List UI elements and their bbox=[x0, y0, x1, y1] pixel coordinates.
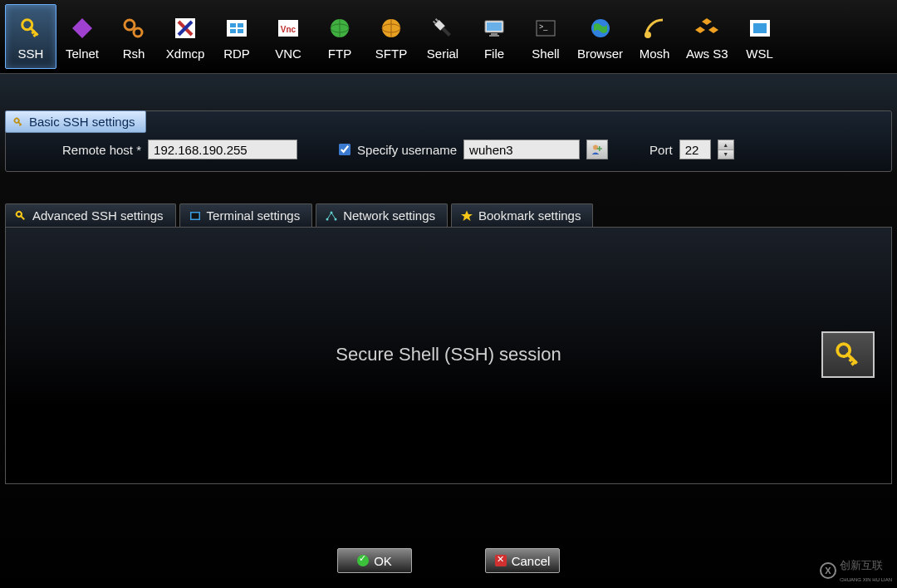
watermark-sub: CHUANG XIN HU LIAN bbox=[840, 577, 892, 582]
session-type-label: Xdmcp bbox=[166, 47, 205, 61]
svg-line-25 bbox=[436, 18, 439, 21]
session-type-telnet[interactable]: Telnet bbox=[56, 4, 108, 69]
diamond-icon bbox=[69, 15, 96, 42]
svg-line-54 bbox=[331, 213, 336, 219]
cubes-icon bbox=[694, 15, 720, 42]
session-type-mosh[interactable]: Mosh bbox=[629, 4, 680, 69]
ok-button[interactable]: OK bbox=[337, 548, 412, 573]
settings-tab-strip: Advanced SSH settings Terminal settings … bbox=[5, 203, 892, 227]
session-type-file[interactable]: File bbox=[468, 4, 520, 69]
svg-point-5 bbox=[125, 20, 135, 30]
specify-username-label: Specify username bbox=[357, 143, 457, 157]
watermark-logo: X bbox=[820, 562, 836, 579]
specify-username-checkbox[interactable] bbox=[339, 144, 350, 155]
svg-marker-4 bbox=[72, 18, 92, 38]
username-input[interactable] bbox=[463, 140, 580, 159]
session-type-label: Browser bbox=[577, 47, 623, 61]
svg-marker-55 bbox=[461, 210, 473, 221]
session-type-label: WSL bbox=[746, 47, 773, 61]
session-type-shell[interactable]: >_ Shell bbox=[520, 4, 571, 69]
session-type-rdp[interactable]: RDP bbox=[211, 4, 262, 69]
terminal-small-icon bbox=[189, 209, 202, 223]
settings-tab-panel: Secure Shell (SSH) session bbox=[5, 227, 892, 484]
tab-label: Network settings bbox=[343, 208, 435, 223]
basic-ssh-settings-header: Basic SSH settings bbox=[5, 110, 146, 133]
svg-text:>_: >_ bbox=[539, 22, 548, 31]
svg-rect-12 bbox=[238, 23, 243, 27]
session-description: Secure Shell (SSH) session bbox=[6, 344, 891, 365]
section-header-label: Basic SSH settings bbox=[29, 115, 135, 129]
spinner-down[interactable]: ▼ bbox=[718, 150, 733, 159]
session-type-serial[interactable]: Serial bbox=[417, 4, 468, 69]
session-type-sftp[interactable]: SFTP bbox=[365, 4, 417, 69]
key-icon bbox=[12, 116, 24, 128]
session-type-label: Rsh bbox=[123, 47, 145, 61]
port-spinner[interactable]: ▲ ▼ bbox=[718, 140, 734, 159]
session-type-ssh[interactable]: SSH bbox=[5, 4, 56, 69]
settings-tabs-section: Advanced SSH settings Terminal settings … bbox=[5, 203, 892, 484]
svg-rect-26 bbox=[442, 27, 451, 36]
tab-advanced-ssh[interactable]: Advanced SSH settings bbox=[5, 203, 176, 227]
svg-marker-37 bbox=[708, 27, 718, 33]
vnc-icon: Vnc bbox=[275, 15, 301, 42]
session-type-ftp[interactable]: FTP bbox=[314, 4, 365, 69]
basic-ssh-settings-section: Basic SSH settings Remote host * Specify… bbox=[5, 110, 892, 172]
x-icon bbox=[172, 15, 199, 42]
session-type-label: Serial bbox=[427, 47, 458, 61]
session-type-browser[interactable]: Browser bbox=[571, 4, 629, 69]
earth-icon bbox=[587, 15, 614, 42]
session-type-rsh[interactable]: Rsh bbox=[108, 4, 159, 69]
check-icon bbox=[357, 555, 369, 566]
svg-marker-36 bbox=[695, 27, 705, 33]
tab-bookmark[interactable]: Bookmark settings bbox=[451, 203, 593, 227]
tab-terminal[interactable]: Terminal settings bbox=[179, 203, 313, 227]
session-type-label: VNC bbox=[275, 47, 301, 61]
session-type-label: SFTP bbox=[375, 47, 407, 61]
watermark: X 创新互联 CHUANG XIN HU LIAN bbox=[820, 558, 892, 583]
session-type-label: Aws S3 bbox=[686, 47, 728, 61]
svg-rect-39 bbox=[753, 23, 767, 33]
svg-text:Vnc: Vnc bbox=[281, 25, 297, 34]
network-icon bbox=[325, 209, 338, 223]
terminal-icon: >_ bbox=[532, 15, 559, 42]
svg-rect-11 bbox=[230, 23, 236, 27]
ok-label: OK bbox=[374, 554, 392, 568]
watermark-brand: 创新互联 bbox=[840, 559, 883, 571]
tab-label: Terminal settings bbox=[207, 208, 301, 223]
session-type-vnc[interactable]: Vnc VNC bbox=[262, 4, 314, 69]
svg-rect-30 bbox=[489, 35, 499, 37]
session-type-awss3[interactable]: Aws S3 bbox=[680, 4, 734, 69]
spinner-up[interactable]: ▲ bbox=[718, 140, 733, 150]
satellite-icon bbox=[641, 15, 668, 42]
session-icon-button[interactable] bbox=[821, 331, 875, 378]
windows-icon bbox=[223, 15, 250, 42]
session-type-label: Mosh bbox=[640, 47, 670, 61]
svg-rect-49 bbox=[191, 213, 199, 218]
svg-rect-10 bbox=[227, 20, 247, 37]
svg-line-24 bbox=[434, 21, 436, 23]
svg-point-6 bbox=[134, 28, 142, 37]
svg-rect-47 bbox=[20, 214, 25, 219]
session-type-label: Telnet bbox=[66, 47, 99, 61]
cancel-button[interactable]: Cancel bbox=[485, 548, 560, 573]
tab-network[interactable]: Network settings bbox=[316, 203, 448, 227]
session-type-wsl[interactable]: WSL bbox=[734, 4, 786, 69]
session-type-toolbar: SSH Telnet Rsh Xdmcp RDP Vnc VNC FTP SFT… bbox=[0, 0, 897, 74]
svg-rect-28 bbox=[487, 22, 502, 31]
close-icon bbox=[495, 555, 507, 566]
svg-marker-35 bbox=[702, 18, 712, 25]
windows-flat-icon bbox=[747, 15, 773, 42]
user-picker-button[interactable] bbox=[586, 140, 608, 159]
user-icon bbox=[591, 143, 604, 156]
remote-host-input[interactable] bbox=[148, 140, 297, 159]
key-icon bbox=[831, 338, 865, 371]
cancel-label: Cancel bbox=[512, 554, 551, 568]
session-type-xdmcp[interactable]: Xdmcp bbox=[159, 4, 211, 69]
svg-line-53 bbox=[327, 213, 331, 219]
monitor-icon bbox=[481, 15, 507, 42]
session-type-label: SSH bbox=[18, 47, 44, 61]
port-input[interactable] bbox=[679, 140, 711, 159]
dialog-footer: OK Cancel bbox=[0, 548, 897, 573]
session-type-label: FTP bbox=[328, 47, 351, 61]
remote-host-label: Remote host * bbox=[62, 143, 141, 157]
